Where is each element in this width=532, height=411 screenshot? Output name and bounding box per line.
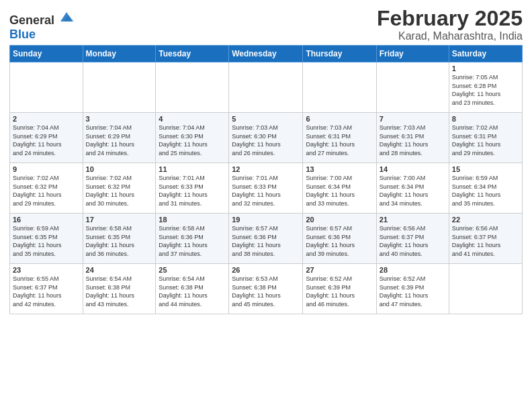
day-info: Sunrise: 6:58 AM Sunset: 6:36 PM Dayligh… — [159, 224, 226, 258]
day-number: 1 — [452, 64, 519, 73]
day-info: Sunrise: 7:04 AM Sunset: 6:29 PM Dayligh… — [13, 124, 80, 157]
day-number: 25 — [159, 266, 226, 274]
calendar-cell: 18Sunrise: 6:58 AM Sunset: 6:36 PM Dayli… — [156, 214, 229, 264]
day-info: Sunrise: 6:59 AM Sunset: 6:35 PM Dayligh… — [13, 224, 80, 258]
calendar-cell: 24Sunrise: 6:54 AM Sunset: 6:38 PM Dayli… — [83, 264, 156, 314]
calendar-week-2: 2Sunrise: 7:04 AM Sunset: 6:29 PM Daylig… — [10, 113, 523, 163]
calendar-cell: 25Sunrise: 6:54 AM Sunset: 6:38 PM Dayli… — [156, 264, 229, 314]
calendar-cell — [376, 62, 449, 113]
calendar-header-thursday: Thursday — [303, 46, 376, 62]
calendar-cell: 20Sunrise: 6:57 AM Sunset: 6:36 PM Dayli… — [303, 214, 376, 264]
day-number: 9 — [13, 165, 80, 173]
calendar-week-4: 16Sunrise: 6:59 AM Sunset: 6:35 PM Dayli… — [10, 214, 523, 264]
calendar-cell — [83, 62, 156, 113]
calendar-cell: 28Sunrise: 6:52 AM Sunset: 6:39 PM Dayli… — [376, 264, 449, 314]
calendar-cell: 23Sunrise: 6:55 AM Sunset: 6:37 PM Dayli… — [10, 264, 83, 314]
day-info: Sunrise: 7:01 AM Sunset: 6:33 PM Dayligh… — [232, 174, 300, 208]
day-number: 12 — [232, 165, 300, 173]
day-info: Sunrise: 7:03 AM Sunset: 6:31 PM Dayligh… — [380, 124, 446, 157]
calendar-table: SundayMondayTuesdayWednesdayThursdayFrid… — [9, 45, 523, 314]
calendar-cell: 22Sunrise: 6:56 AM Sunset: 6:37 PM Dayli… — [449, 214, 522, 264]
calendar-header-tuesday: Tuesday — [156, 46, 229, 62]
calendar-cell: 2Sunrise: 7:04 AM Sunset: 6:29 PM Daylig… — [10, 113, 83, 163]
calendar-cell: 15Sunrise: 6:59 AM Sunset: 6:34 PM Dayli… — [449, 163, 522, 214]
logo-text: General Blue — [9, 9, 74, 42]
day-info: Sunrise: 6:57 AM Sunset: 6:36 PM Dayligh… — [232, 224, 300, 258]
day-info: Sunrise: 7:00 AM Sunset: 6:34 PM Dayligh… — [306, 174, 373, 208]
day-number: 6 — [306, 115, 373, 123]
day-number: 10 — [86, 165, 153, 173]
calendar-cell: 7Sunrise: 7:03 AM Sunset: 6:31 PM Daylig… — [376, 113, 449, 163]
calendar-cell: 26Sunrise: 6:53 AM Sunset: 6:38 PM Dayli… — [229, 264, 303, 314]
day-info: Sunrise: 6:52 AM Sunset: 6:39 PM Dayligh… — [306, 275, 373, 308]
day-number: 26 — [232, 266, 300, 274]
logo-general: General — [9, 13, 54, 27]
day-info: Sunrise: 7:05 AM Sunset: 6:28 PM Dayligh… — [452, 73, 519, 107]
day-info: Sunrise: 7:03 AM Sunset: 6:31 PM Dayligh… — [306, 124, 373, 157]
calendar-header-monday: Monday — [83, 46, 156, 62]
day-number: 7 — [380, 115, 446, 123]
day-info: Sunrise: 7:04 AM Sunset: 6:29 PM Dayligh… — [86, 124, 153, 157]
day-number: 3 — [86, 115, 153, 123]
day-number: 27 — [306, 266, 373, 274]
day-number: 15 — [452, 165, 519, 173]
calendar-cell — [449, 264, 522, 314]
calendar-week-5: 23Sunrise: 6:55 AM Sunset: 6:37 PM Dayli… — [10, 264, 523, 314]
day-number: 24 — [86, 266, 153, 274]
calendar-cell: 11Sunrise: 7:01 AM Sunset: 6:33 PM Dayli… — [156, 163, 229, 214]
day-info: Sunrise: 6:57 AM Sunset: 6:36 PM Dayligh… — [306, 224, 373, 258]
calendar-cell: 16Sunrise: 6:59 AM Sunset: 6:35 PM Dayli… — [10, 214, 83, 264]
location-title: Karad, Maharashtra, India — [377, 30, 523, 42]
calendar-cell: 5Sunrise: 7:03 AM Sunset: 6:30 PM Daylig… — [229, 113, 303, 163]
day-info: Sunrise: 6:54 AM Sunset: 6:38 PM Dayligh… — [86, 275, 153, 308]
calendar-header-row: SundayMondayTuesdayWednesdayThursdayFrid… — [10, 46, 523, 62]
calendar-cell — [156, 62, 229, 113]
day-info: Sunrise: 6:56 AM Sunset: 6:37 PM Dayligh… — [380, 224, 446, 258]
day-number: 8 — [452, 115, 519, 123]
calendar-cell: 13Sunrise: 7:00 AM Sunset: 6:34 PM Dayli… — [303, 163, 376, 214]
day-info: Sunrise: 7:01 AM Sunset: 6:33 PM Dayligh… — [159, 174, 226, 208]
calendar-cell: 27Sunrise: 6:52 AM Sunset: 6:39 PM Dayli… — [303, 264, 376, 314]
day-number: 20 — [306, 216, 373, 224]
logo: General Blue — [9, 9, 74, 42]
calendar-header-saturday: Saturday — [449, 46, 522, 62]
day-info: Sunrise: 7:04 AM Sunset: 6:30 PM Dayligh… — [159, 124, 226, 157]
day-info: Sunrise: 6:56 AM Sunset: 6:37 PM Dayligh… — [452, 224, 519, 258]
day-number: 18 — [159, 216, 226, 224]
day-info: Sunrise: 6:52 AM Sunset: 6:39 PM Dayligh… — [380, 275, 446, 308]
logo-blue: Blue — [9, 28, 36, 41]
calendar-cell: 10Sunrise: 7:02 AM Sunset: 6:32 PM Dayli… — [83, 163, 156, 214]
day-number: 11 — [159, 165, 226, 173]
calendar-cell: 21Sunrise: 6:56 AM Sunset: 6:37 PM Dayli… — [376, 214, 449, 264]
day-number: 23 — [13, 266, 80, 274]
day-number: 16 — [13, 216, 80, 224]
calendar-cell: 9Sunrise: 7:02 AM Sunset: 6:32 PM Daylig… — [10, 163, 83, 214]
logo-icon — [59, 9, 74, 24]
day-info: Sunrise: 7:02 AM Sunset: 6:32 PM Dayligh… — [86, 174, 153, 208]
calendar-cell — [303, 62, 376, 113]
day-number: 28 — [380, 266, 446, 274]
day-info: Sunrise: 6:55 AM Sunset: 6:37 PM Dayligh… — [13, 275, 80, 308]
day-number: 2 — [13, 115, 80, 123]
calendar-cell: 8Sunrise: 7:02 AM Sunset: 6:31 PM Daylig… — [449, 113, 522, 163]
calendar-header-sunday: Sunday — [10, 46, 83, 62]
day-number: 17 — [86, 216, 153, 224]
day-info: Sunrise: 6:58 AM Sunset: 6:35 PM Dayligh… — [86, 224, 153, 258]
month-title: February 2025 — [377, 7, 523, 30]
day-info: Sunrise: 6:53 AM Sunset: 6:38 PM Dayligh… — [232, 275, 300, 308]
day-info: Sunrise: 6:54 AM Sunset: 6:38 PM Dayligh… — [159, 275, 226, 308]
day-info: Sunrise: 6:59 AM Sunset: 6:34 PM Dayligh… — [452, 174, 519, 208]
calendar-cell: 3Sunrise: 7:04 AM Sunset: 6:29 PM Daylig… — [83, 113, 156, 163]
day-info: Sunrise: 7:02 AM Sunset: 6:31 PM Dayligh… — [452, 124, 519, 157]
day-info: Sunrise: 7:02 AM Sunset: 6:32 PM Dayligh… — [13, 174, 80, 208]
title-block: February 2025 Karad, Maharashtra, India — [377, 7, 523, 42]
page-container: General Blue February 2025 Karad, Mahara… — [0, 0, 532, 321]
calendar-header-friday: Friday — [376, 46, 449, 62]
calendar-cell: 6Sunrise: 7:03 AM Sunset: 6:31 PM Daylig… — [303, 113, 376, 163]
calendar-cell — [229, 62, 303, 113]
calendar-header-wednesday: Wednesday — [229, 46, 303, 62]
day-info: Sunrise: 7:03 AM Sunset: 6:30 PM Dayligh… — [232, 124, 300, 157]
day-number: 14 — [380, 165, 446, 173]
calendar-cell — [10, 62, 83, 113]
calendar-cell: 4Sunrise: 7:04 AM Sunset: 6:30 PM Daylig… — [156, 113, 229, 163]
